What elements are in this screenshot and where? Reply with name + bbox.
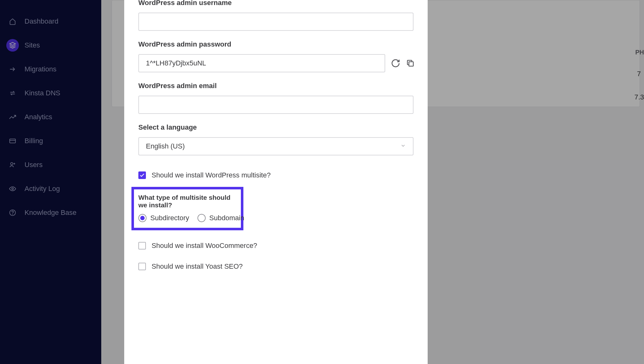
radio-icon xyxy=(197,214,206,222)
copy-password-button[interactable] xyxy=(406,58,415,69)
chevron-down-icon xyxy=(400,142,406,150)
multisite-type-highlight: What type of multisite should we install… xyxy=(131,187,243,230)
regenerate-password-button[interactable] xyxy=(391,58,400,69)
username-label: WordPress admin username xyxy=(138,0,414,7)
language-value: English (US) xyxy=(146,142,185,150)
radio-icon xyxy=(138,214,147,222)
language-select[interactable]: English (US) xyxy=(138,137,414,155)
radio-subdirectory[interactable]: Subdirectory xyxy=(138,214,189,222)
multisite-checkbox[interactable] xyxy=(138,171,146,179)
yoast-checkbox-label: Should we install Yoast SEO? xyxy=(152,262,243,271)
email-label: WordPress admin email xyxy=(138,82,414,90)
language-label: Select a language xyxy=(138,123,414,132)
password-label: WordPress admin password xyxy=(138,40,414,48)
password-input[interactable] xyxy=(138,54,385,72)
email-input[interactable] xyxy=(138,96,414,114)
add-site-modal: WordPress admin username WordPress admin… xyxy=(124,0,428,364)
radio-subdirectory-label: Subdirectory xyxy=(150,214,189,222)
radio-subdomain-label: Subdomain xyxy=(209,214,244,222)
woocommerce-checkbox[interactable] xyxy=(138,242,146,249)
username-input[interactable] xyxy=(138,13,414,31)
multisite-type-label: What type of multisite should we install… xyxy=(138,194,236,209)
yoast-checkbox[interactable] xyxy=(138,263,146,270)
woocommerce-checkbox-label: Should we install WooCommerce? xyxy=(152,242,257,250)
radio-subdomain[interactable]: Subdomain xyxy=(197,214,244,222)
multisite-checkbox-label: Should we install WordPress multisite? xyxy=(152,171,271,179)
svg-rect-9 xyxy=(409,62,413,66)
